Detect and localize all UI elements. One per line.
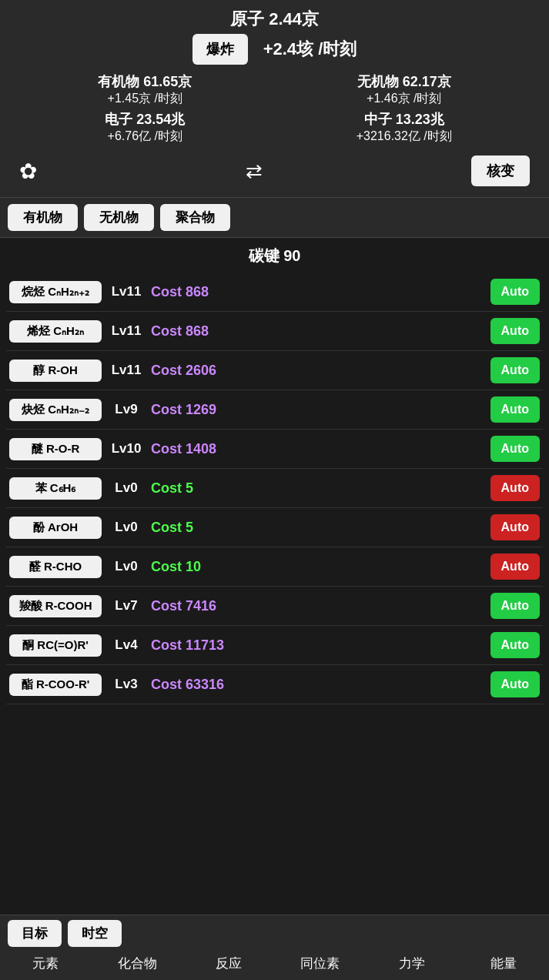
organic-resource: 有机物 61.65京 +1.45京 /时刻 — [19, 72, 271, 107]
electron-rate: +6.76亿 /时刻 — [19, 129, 271, 145]
item-level: Lv0 — [106, 559, 146, 574]
list-item: 醚 R-O-RLv10Cost 1408Auto — [6, 430, 543, 469]
item-name: 酮 RC(=O)R' — [9, 634, 102, 657]
list-item: 醇 R-OHLv11Cost 2606Auto — [6, 351, 543, 390]
tab-inorganic[interactable]: 无机物 — [84, 204, 154, 231]
item-cost: Cost 868 — [151, 323, 486, 339]
shuffle-icon[interactable]: ⇄ — [246, 159, 263, 183]
atom-value: 原子 2.44京 — [230, 9, 319, 28]
item-name: 醛 R-CHO — [9, 556, 102, 578]
auto-button[interactable]: Auto — [490, 671, 540, 697]
list-item: 羧酸 R-COOHLv7Cost 7416Auto — [6, 587, 543, 626]
neutron-resource: 中子 13.23兆 +3216.32亿 /时刻 — [279, 110, 531, 145]
list-item: 苯 C₆H₆Lv0Cost 5Auto — [6, 469, 543, 508]
flower-icon[interactable]: ✿ — [19, 159, 37, 184]
electron-label: 电子 23.54兆 — [19, 110, 271, 129]
nuclei-button[interactable]: 核变 — [471, 156, 530, 186]
item-name: 醚 R-O-R — [9, 438, 102, 460]
atom-display: 原子 2.44京 — [12, 8, 537, 31]
bottom-nav-row2: 元素 化合物 反应 同位素 力学 能量 — [0, 949, 549, 980]
inorganic-rate: +1.46京 /时刻 — [279, 91, 531, 107]
item-level: Lv7 — [106, 598, 146, 614]
carbon-bonds-display: 碳键 90 — [0, 238, 549, 273]
auto-button[interactable]: Auto — [490, 357, 540, 383]
auto-button[interactable]: Auto — [490, 396, 540, 423]
list-item: 酮 RC(=O)R'Lv4Cost 11713Auto — [6, 626, 543, 665]
auto-button[interactable]: Auto — [490, 554, 540, 580]
auto-button[interactable]: Auto — [490, 436, 540, 462]
nav-energy-button[interactable]: 能量 — [457, 952, 549, 975]
electron-resource: 电子 23.54兆 +6.76亿 /时刻 — [19, 110, 271, 145]
list-item: 醛 R-CHOLv0Cost 10Auto — [6, 547, 543, 587]
items-list: 烷烃 CₙH₂ₙ₊₂Lv11Cost 868Auto烯烃 CₙH₂ₙLv11Co… — [0, 273, 549, 704]
organic-rate: +1.45京 /时刻 — [19, 91, 271, 107]
item-name: 羧酸 R-COOH — [9, 595, 102, 617]
item-level: Lv0 — [106, 480, 146, 496]
item-level: Lv11 — [106, 284, 146, 299]
list-item: 烯烃 CₙH₂ₙLv11Cost 868Auto — [6, 312, 543, 351]
item-cost: Cost 11713 — [151, 637, 486, 654]
bottom-nav-row1: 目标 时空 — [0, 915, 549, 949]
item-cost: Cost 10 — [151, 559, 486, 575]
inorganic-label: 无机物 62.17京 — [279, 72, 531, 91]
item-level: Lv4 — [106, 637, 146, 653]
tabs-row: 有机物 无机物 聚合物 — [0, 198, 549, 238]
organic-label: 有机物 61.65京 — [19, 72, 271, 91]
top-section: 原子 2.44京 爆炸 +2.4垓 /时刻 有机物 61.65京 +1.45京 … — [0, 0, 549, 198]
icon-row: ✿ ⇄ 核变 — [12, 152, 537, 189]
resources-grid: 有机物 61.65京 +1.45京 /时刻 无机物 62.17京 +1.46京 … — [12, 72, 537, 145]
nav-isotope-button[interactable]: 同位素 — [274, 952, 366, 975]
nav-compound-button[interactable]: 化合物 — [92, 952, 183, 975]
item-cost: Cost 5 — [151, 480, 486, 497]
list-item: 酚 ArOHLv0Cost 5Auto — [6, 508, 543, 547]
nav-mechanics-button[interactable]: 力学 — [366, 952, 457, 975]
item-cost: Cost 1408 — [151, 441, 486, 457]
item-name: 烯烃 CₙH₂ₙ — [9, 320, 102, 343]
nav-reaction-button[interactable]: 反应 — [183, 952, 275, 975]
item-name: 苯 C₆H₆ — [9, 477, 102, 500]
list-item: 烷烃 CₙH₂ₙ₊₂Lv11Cost 868Auto — [6, 273, 543, 312]
item-level: Lv0 — [106, 520, 146, 535]
item-cost: Cost 868 — [151, 284, 486, 300]
auto-button[interactable]: Auto — [490, 632, 540, 658]
nav-target-button[interactable]: 目标 — [8, 920, 62, 947]
item-cost: Cost 1269 — [151, 402, 486, 418]
auto-button[interactable]: Auto — [490, 279, 540, 305]
item-level: Lv11 — [106, 363, 146, 378]
tab-organic[interactable]: 有机物 — [8, 204, 78, 231]
list-item: 酯 R-COO-R'Lv3Cost 63316Auto — [6, 665, 543, 704]
item-name: 醇 R-OH — [9, 360, 102, 382]
plus-rate: +2.4垓 /时刻 — [263, 38, 357, 61]
bottom-nav: 目标 时空 元素 化合物 反应 同位素 力学 能量 — [0, 915, 549, 980]
tab-polymer[interactable]: 聚合物 — [160, 204, 230, 231]
item-level: Lv3 — [106, 677, 146, 692]
inorganic-resource: 无机物 62.17京 +1.46京 /时刻 — [279, 72, 531, 107]
item-cost: Cost 2606 — [151, 363, 486, 379]
item-cost: Cost 5 — [151, 520, 486, 536]
auto-button[interactable]: Auto — [490, 593, 540, 619]
item-cost: Cost 63316 — [151, 677, 486, 693]
explode-button[interactable]: 爆炸 — [192, 34, 248, 65]
nav-spacetime-button[interactable]: 时空 — [68, 920, 122, 947]
item-level: Lv9 — [106, 402, 146, 417]
item-cost: Cost 7416 — [151, 598, 486, 614]
item-level: Lv10 — [106, 441, 146, 457]
neutron-label: 中子 13.23兆 — [279, 110, 531, 129]
auto-button[interactable]: Auto — [490, 318, 540, 344]
list-item: 炔烃 CₙH₂ₙ₋₂Lv9Cost 1269Auto — [6, 390, 543, 430]
nav-element-button[interactable]: 元素 — [0, 952, 92, 975]
auto-button[interactable]: Auto — [490, 514, 540, 540]
neutron-rate: +3216.32亿 /时刻 — [279, 129, 531, 145]
auto-button[interactable]: Auto — [490, 475, 540, 501]
item-name: 炔烃 CₙH₂ₙ₋₂ — [9, 399, 102, 421]
item-name: 酚 ArOH — [9, 517, 102, 539]
item-level: Lv11 — [106, 323, 146, 339]
explode-row: 爆炸 +2.4垓 /时刻 — [12, 34, 537, 65]
item-name: 酯 R-COO-R' — [9, 674, 102, 696]
item-name: 烷烃 CₙH₂ₙ₊₂ — [9, 281, 102, 303]
